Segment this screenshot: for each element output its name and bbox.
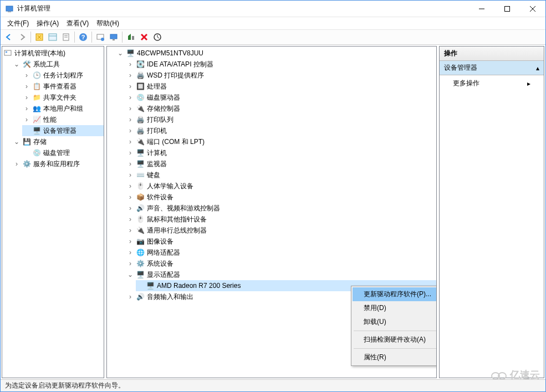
device-category[interactable]: ›🖥️计算机	[126, 147, 436, 158]
tree-storage[interactable]: ⌄💾存储	[12, 136, 104, 147]
menu-help[interactable]: 帮助(H)	[93, 18, 123, 29]
device-category[interactable]: ›🔌通用串行总线控制器	[126, 225, 436, 236]
close-button[interactable]	[520, 1, 545, 17]
chevron-right-icon: ▸	[527, 80, 530, 87]
expand-icon[interactable]: ›	[23, 116, 30, 123]
expand-icon[interactable]: ›	[127, 227, 134, 234]
tree-shared-folders[interactable]: ›📁共享文件夹	[22, 92, 104, 103]
device-category[interactable]: ›⌨️键盘	[126, 169, 436, 180]
tree-task-scheduler[interactable]: ›🕒任务计划程序	[22, 70, 104, 81]
device-category[interactable]: ›🔲处理器	[126, 81, 436, 92]
clock-icon: 🕒	[32, 71, 41, 80]
expand-icon[interactable]: ›	[127, 260, 134, 267]
device-category[interactable]: ›🖱️人体学输入设备	[126, 180, 436, 192]
device-tree-panel[interactable]: ⌄🖥️4BCWPM51NTV8JUU ›💽IDE ATA/ATAPI 控制器›🖨…	[106, 46, 437, 378]
expand-icon[interactable]: ›	[127, 249, 134, 256]
tree-device-manager[interactable]: 🖥️设备管理器	[22, 125, 104, 136]
monitor-button[interactable]	[108, 31, 120, 43]
menu-file[interactable]: 文件(F)	[4, 18, 32, 29]
scan-button[interactable]	[94, 31, 106, 43]
expand-icon[interactable]: ›	[23, 105, 30, 112]
expand-icon[interactable]: ›	[127, 161, 134, 167]
titlebar: 计算机管理	[1, 1, 545, 17]
device-category[interactable]: ›🔌存储控制器	[126, 103, 436, 114]
expand-icon[interactable]: ›	[127, 293, 134, 300]
expand-icon[interactable]: ›	[127, 149, 134, 156]
collapse-icon[interactable]: ▴	[536, 64, 539, 72]
menu-view[interactable]: 查看(V)	[63, 18, 92, 29]
ctx-scan[interactable]: 扫描检测硬件改动(A)	[353, 333, 437, 347]
ctx-update-driver[interactable]: 更新驱动程序软件(P)...	[353, 287, 437, 301]
expand-icon[interactable]: ⌄	[13, 138, 20, 145]
expand-icon[interactable]: ›	[127, 194, 134, 200]
device-category[interactable]: ›🔊声音、视频和游戏控制器	[126, 203, 436, 214]
device-category[interactable]: ›🖨️打印机	[126, 125, 436, 136]
device-category[interactable]: ›📦软件设备	[126, 192, 436, 203]
properties-button[interactable]	[47, 31, 59, 43]
expand-icon[interactable]: ›	[127, 94, 134, 101]
uninstall-button[interactable]	[138, 31, 150, 43]
ctx-disable[interactable]: 禁用(D)	[353, 301, 437, 315]
tree-disk-mgmt[interactable]: 💿磁盘管理	[22, 147, 104, 158]
separator	[354, 331, 437, 331]
enable-button[interactable]	[125, 31, 137, 43]
actions-section[interactable]: 设备管理器 ▴	[440, 61, 544, 75]
show-hide-button[interactable]	[33, 31, 45, 43]
expand-icon[interactable]: ›	[23, 94, 30, 101]
expand-icon[interactable]: ›	[127, 216, 134, 223]
expand-icon[interactable]: ›	[127, 238, 134, 245]
expand-icon[interactable]: ›	[127, 72, 134, 79]
device-category[interactable]: ›🖨️打印队列	[126, 114, 436, 125]
expand-icon[interactable]: ⌄	[117, 50, 124, 56]
expand-icon[interactable]: ›	[13, 161, 20, 167]
device-category[interactable]: ›💽IDE ATA/ATAPI 控制器	[126, 59, 436, 70]
maximize-button[interactable]	[494, 1, 520, 17]
tree-label: 共享文件夹	[43, 93, 76, 102]
expand-icon[interactable]: ›	[127, 116, 134, 123]
device-category[interactable]: ›🖨️WSD 打印提供程序	[126, 70, 436, 81]
device-category[interactable]: ›🌐网络适配器	[126, 247, 436, 258]
expand-icon[interactable]: ›	[127, 105, 134, 112]
device-category[interactable]: ›⚙️系统设备	[126, 258, 436, 269]
expand-icon[interactable]: ›	[127, 205, 134, 212]
device-category[interactable]: ›💿磁盘驱动器	[126, 92, 436, 103]
watermark-text: 亿速云	[510, 368, 540, 381]
tree-event-viewer[interactable]: ›📋事件查看器	[22, 81, 104, 92]
device-category[interactable]: ›🖥️监视器	[126, 158, 436, 169]
device-icon: 🖨️	[136, 115, 145, 124]
expand-icon[interactable]: ›	[127, 183, 134, 189]
left-tree-panel[interactable]: 计算机管理(本地) ⌄🛠️系统工具 ›🕒任务计划程序 ›📋事件查看器 ›📁共享文…	[2, 46, 104, 378]
update-button[interactable]	[151, 31, 164, 43]
device-root[interactable]: ⌄🖥️4BCWPM51NTV8JUU	[116, 48, 436, 59]
expand-icon[interactable]: ›	[23, 83, 30, 90]
device-category[interactable]: ›📷图像设备	[126, 236, 436, 247]
tree-services[interactable]: ›⚙️服务和应用程序	[12, 158, 104, 169]
device-display-adapters[interactable]: ⌄🖥️显示适配器	[126, 269, 436, 280]
ctx-uninstall[interactable]: 卸载(U)	[353, 315, 437, 329]
expand-icon[interactable]: ›	[23, 72, 30, 79]
device-category[interactable]: ›🖱️鼠标和其他指针设备	[126, 214, 436, 225]
expand-icon[interactable]: ⌄	[13, 61, 20, 68]
expand-icon[interactable]: ›	[127, 138, 134, 145]
forward-button[interactable]	[16, 31, 28, 43]
device-icon: ⌨️	[136, 171, 145, 179]
expand-icon[interactable]: ⌄	[127, 271, 134, 278]
help-button[interactable]: ?	[77, 31, 89, 43]
menu-action[interactable]: 操作(A)	[33, 18, 62, 29]
ctx-properties[interactable]: 属性(R)	[353, 350, 437, 364]
tree-local-users[interactable]: ›👥本地用户和组	[22, 103, 104, 114]
tree-system-tools[interactable]: ⌄🛠️系统工具	[12, 59, 104, 70]
device-icon: 🖱️	[136, 215, 145, 224]
tree-performance[interactable]: ›📈性能	[22, 114, 104, 125]
device-icon: 💿	[136, 93, 145, 102]
export-button[interactable]	[60, 31, 72, 43]
expand-icon[interactable]: ›	[127, 172, 134, 178]
back-button[interactable]	[3, 31, 15, 43]
expand-icon[interactable]: ›	[127, 83, 134, 90]
more-actions[interactable]: 更多操作 ▸	[440, 75, 544, 91]
expand-icon[interactable]: ›	[127, 127, 134, 134]
device-category[interactable]: ›🔌端口 (COM 和 LPT)	[126, 136, 436, 147]
tree-root[interactable]: 计算机管理(本地)	[2, 48, 104, 59]
expand-icon[interactable]: ›	[127, 61, 134, 68]
minimize-button[interactable]	[469, 1, 494, 17]
